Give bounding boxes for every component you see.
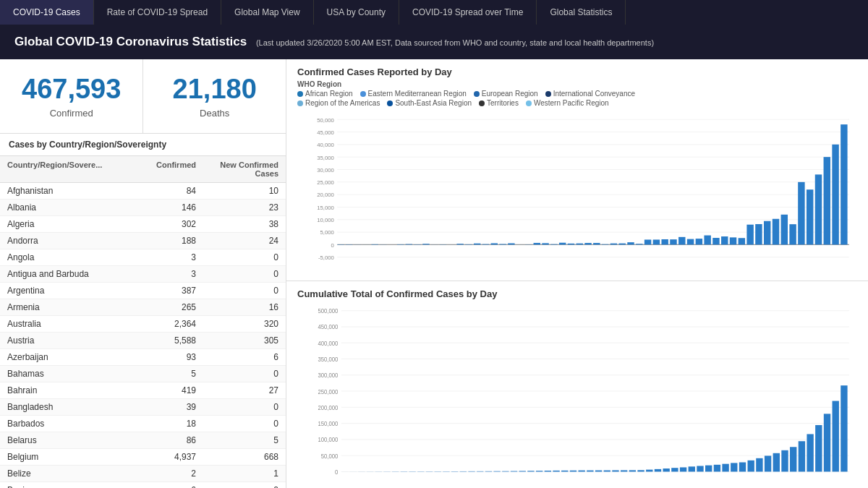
nav-item-covid-cases[interactable]: COVID-19 Cases bbox=[0, 0, 94, 25]
svg-rect-159 bbox=[790, 447, 796, 471]
table-row[interactable]: Bahamas 5 0 bbox=[0, 366, 286, 382]
td-confirmed: 93 bbox=[132, 349, 200, 365]
svg-rect-59 bbox=[636, 244, 642, 244]
svg-text:350,000: 350,000 bbox=[318, 356, 339, 363]
svg-rect-149 bbox=[705, 466, 712, 472]
td-new: 16 bbox=[200, 299, 286, 315]
td-confirmed: 4,937 bbox=[132, 449, 200, 465]
table-body[interactable]: Afghanistan 84 10 Albania 146 23 Algeria… bbox=[0, 183, 286, 488]
td-new: 0 bbox=[200, 283, 286, 299]
svg-rect-28 bbox=[371, 244, 378, 245]
nav-item-spread-time[interactable]: COVID-19 Spread over Time bbox=[399, 0, 537, 25]
td-new: 0 bbox=[200, 366, 286, 382]
svg-rect-155 bbox=[756, 458, 762, 472]
td-confirmed: 265 bbox=[132, 299, 200, 315]
td-confirmed: 39 bbox=[132, 399, 200, 415]
svg-rect-124 bbox=[493, 471, 500, 472]
td-country: Bahrain bbox=[0, 382, 132, 398]
table-row[interactable]: Australia 2,364 320 bbox=[0, 316, 286, 333]
td-country: Belgium bbox=[0, 449, 132, 465]
table-row[interactable]: Austria 5,588 305 bbox=[0, 333, 286, 349]
td-new: 1 bbox=[200, 466, 286, 481]
svg-text:150,000: 150,000 bbox=[318, 421, 339, 427]
td-new: 23 bbox=[200, 200, 286, 215]
td-confirmed: 5,588 bbox=[132, 333, 200, 348]
svg-rect-150 bbox=[714, 465, 720, 472]
td-confirmed: 302 bbox=[132, 216, 200, 232]
td-new: 305 bbox=[200, 333, 286, 348]
table-row[interactable]: Benin 6 0 bbox=[0, 482, 286, 488]
table-header: Country/Region/Sovere... Confirmed New C… bbox=[0, 156, 286, 183]
table-row[interactable]: Belgium 4,937 668 bbox=[0, 449, 286, 466]
header-bar: Global COVID-19 Coronavirus Statistics (… bbox=[0, 25, 868, 59]
svg-text:10,000: 10,000 bbox=[317, 217, 334, 223]
svg-rect-81 bbox=[824, 157, 830, 244]
deaths-number: 21,180 bbox=[165, 74, 264, 105]
td-country: Belarus bbox=[0, 432, 132, 448]
svg-rect-144 bbox=[663, 468, 669, 471]
svg-rect-79 bbox=[807, 189, 813, 244]
svg-text:300,000: 300,000 bbox=[318, 372, 339, 379]
svg-rect-62 bbox=[661, 239, 668, 244]
td-new: 10 bbox=[200, 183, 286, 199]
legend-item: African Region bbox=[297, 90, 353, 98]
confirmed-number: 467,593 bbox=[22, 74, 121, 105]
svg-rect-58 bbox=[627, 242, 634, 244]
svg-rect-148 bbox=[697, 466, 703, 472]
svg-rect-164 bbox=[833, 401, 839, 472]
daily-chart-title: Confirmed Cases Reported by Day bbox=[297, 67, 857, 77]
td-confirmed: 146 bbox=[132, 200, 200, 215]
table-row[interactable]: Azerbaijan 93 6 bbox=[0, 349, 286, 366]
table-row[interactable]: Andorra 188 24 bbox=[0, 233, 286, 249]
left-panel: 467,593 Confirmed 21,180 Deaths Cases by… bbox=[0, 59, 286, 488]
svg-rect-73 bbox=[755, 224, 762, 244]
td-new: 24 bbox=[200, 233, 286, 249]
svg-rect-127 bbox=[519, 471, 526, 472]
td-new: 320 bbox=[200, 316, 286, 332]
svg-text:45,000: 45,000 bbox=[317, 129, 334, 136]
svg-text:400,000: 400,000 bbox=[318, 341, 339, 347]
confirmed-label: Confirmed bbox=[22, 108, 121, 119]
svg-rect-60 bbox=[644, 239, 651, 244]
table-row[interactable]: Angola 3 0 bbox=[0, 249, 286, 266]
svg-rect-54 bbox=[593, 243, 600, 244]
daily-chart-section: Confirmed Cases Reported by Day WHO Regi… bbox=[286, 59, 868, 281]
table-row[interactable]: Antigua and Barbuda 3 0 bbox=[0, 266, 286, 283]
svg-rect-42 bbox=[491, 243, 498, 244]
td-country: Barbados bbox=[0, 416, 132, 432]
svg-rect-48 bbox=[542, 243, 548, 244]
svg-text:-5,000: -5,000 bbox=[318, 254, 335, 261]
nav-item-rate-spread[interactable]: Rate of COVID-19 Spread bbox=[94, 0, 221, 25]
svg-rect-121 bbox=[468, 471, 475, 472]
svg-rect-129 bbox=[536, 471, 542, 471]
table-row[interactable]: Belarus 86 5 bbox=[0, 432, 286, 449]
svg-rect-67 bbox=[704, 236, 710, 245]
table-row[interactable]: Albania 146 23 bbox=[0, 200, 286, 216]
svg-rect-147 bbox=[689, 466, 695, 471]
table-row[interactable]: Argentina 387 0 bbox=[0, 283, 286, 299]
nav-item-map[interactable]: Global Map View bbox=[221, 0, 314, 25]
svg-rect-51 bbox=[568, 244, 574, 245]
td-country: Afghanistan bbox=[0, 183, 132, 199]
table-row[interactable]: Barbados 18 0 bbox=[0, 416, 286, 432]
svg-rect-137 bbox=[604, 471, 610, 472]
table-title: Cases by Country/Region/Sovereignty bbox=[0, 134, 286, 156]
table-row[interactable]: Bahrain 419 27 bbox=[0, 382, 286, 399]
nav-item-usa-county[interactable]: USA by County bbox=[314, 0, 399, 25]
table-row[interactable]: Armenia 265 16 bbox=[0, 299, 286, 316]
svg-text:500,000: 500,000 bbox=[318, 308, 339, 314]
svg-rect-56 bbox=[610, 244, 617, 245]
table-row[interactable]: Afghanistan 84 10 bbox=[0, 183, 286, 200]
td-country: Albania bbox=[0, 200, 132, 215]
cumulative-chart-title: Cumulative Total of Confirmed Cases by D… bbox=[297, 288, 857, 299]
table-row[interactable]: Bangladesh 39 0 bbox=[0, 399, 286, 416]
svg-rect-163 bbox=[824, 414, 830, 472]
table-row[interactable]: Algeria 302 38 bbox=[0, 216, 286, 233]
td-new: 6 bbox=[200, 349, 286, 365]
th-confirmed: Confirmed bbox=[132, 156, 200, 182]
svg-rect-143 bbox=[655, 469, 661, 472]
nav-item-global-stats[interactable]: Global Statistics bbox=[537, 0, 626, 25]
svg-rect-126 bbox=[511, 471, 517, 472]
table-row[interactable]: Belize 2 1 bbox=[0, 466, 286, 482]
legend-item: International Conveyance bbox=[545, 90, 635, 98]
